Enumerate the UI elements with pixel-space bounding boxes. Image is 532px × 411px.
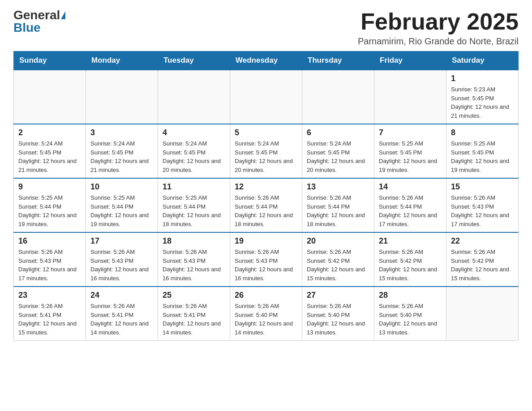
calendar-cell: 10Sunrise: 5:25 AMSunset: 5:44 PMDayligh…: [86, 178, 158, 232]
calendar-cell: 9Sunrise: 5:25 AMSunset: 5:44 PMDaylight…: [14, 178, 86, 232]
day-number: 3: [90, 128, 153, 137]
day-number: 14: [379, 182, 442, 192]
weekday-header-friday: Friday: [374, 51, 446, 70]
day-info: Sunrise: 5:26 AMSunset: 5:43 PMDaylight:…: [235, 248, 297, 283]
day-info: Sunrise: 5:25 AMSunset: 5:45 PMDaylight:…: [379, 139, 442, 174]
day-info: Sunrise: 5:25 AMSunset: 5:45 PMDaylight:…: [451, 139, 514, 174]
calendar-cell: 19Sunrise: 5:26 AMSunset: 5:43 PMDayligh…: [230, 232, 302, 287]
calendar-cell: [374, 70, 446, 124]
day-info: Sunrise: 5:26 AMSunset: 5:41 PMDaylight:…: [18, 302, 81, 337]
calendar-week-1: 1Sunrise: 5:23 AMSunset: 5:45 PMDaylight…: [14, 70, 519, 124]
day-info: Sunrise: 5:26 AMSunset: 5:43 PMDaylight:…: [451, 193, 514, 228]
day-info: Sunrise: 5:25 AMSunset: 5:44 PMDaylight:…: [18, 193, 81, 228]
calendar-cell: 11Sunrise: 5:25 AMSunset: 5:44 PMDayligh…: [158, 178, 230, 232]
day-info: Sunrise: 5:24 AMSunset: 5:45 PMDaylight:…: [163, 139, 225, 174]
weekday-header-sunday: Sunday: [14, 51, 86, 70]
day-info: Sunrise: 5:26 AMSunset: 5:41 PMDaylight:…: [163, 302, 225, 337]
logo: General Blue: [13, 9, 65, 34]
day-info: Sunrise: 5:26 AMSunset: 5:43 PMDaylight:…: [18, 248, 81, 283]
day-number: 19: [235, 236, 297, 246]
calendar-cell: 7Sunrise: 5:25 AMSunset: 5:45 PMDaylight…: [374, 124, 446, 178]
calendar-cell: 26Sunrise: 5:26 AMSunset: 5:40 PMDayligh…: [230, 287, 302, 341]
weekday-header-row: SundayMondayTuesdayWednesdayThursdayFrid…: [14, 51, 519, 70]
calendar-cell: 27Sunrise: 5:26 AMSunset: 5:40 PMDayligh…: [302, 287, 374, 341]
day-info: Sunrise: 5:24 AMSunset: 5:45 PMDaylight:…: [18, 139, 81, 174]
day-number: 22: [451, 236, 514, 246]
calendar-cell: 3Sunrise: 5:24 AMSunset: 5:45 PMDaylight…: [86, 124, 158, 178]
day-number: 10: [90, 182, 153, 192]
day-info: Sunrise: 5:23 AMSunset: 5:45 PMDaylight:…: [451, 85, 514, 120]
day-number: 28: [379, 291, 442, 300]
day-info: Sunrise: 5:26 AMSunset: 5:44 PMDaylight:…: [235, 193, 297, 228]
weekday-header-monday: Monday: [86, 51, 158, 70]
day-number: 26: [235, 291, 297, 300]
day-number: 4: [163, 128, 225, 137]
day-info: Sunrise: 5:25 AMSunset: 5:44 PMDaylight:…: [90, 193, 153, 228]
day-number: 5: [235, 128, 297, 137]
day-info: Sunrise: 5:26 AMSunset: 5:42 PMDaylight:…: [379, 248, 442, 283]
calendar-week-3: 9Sunrise: 5:25 AMSunset: 5:44 PMDaylight…: [14, 178, 519, 232]
calendar-header: SundayMondayTuesdayWednesdayThursdayFrid…: [14, 51, 519, 70]
calendar-cell: 25Sunrise: 5:26 AMSunset: 5:41 PMDayligh…: [158, 287, 230, 341]
day-info: Sunrise: 5:24 AMSunset: 5:45 PMDaylight:…: [307, 139, 369, 174]
calendar-cell: [86, 70, 158, 124]
day-number: 17: [90, 236, 153, 246]
day-number: 15: [451, 182, 514, 192]
day-info: Sunrise: 5:26 AMSunset: 5:42 PMDaylight:…: [307, 248, 369, 283]
calendar-cell: [14, 70, 86, 124]
calendar-cell: 5Sunrise: 5:24 AMSunset: 5:45 PMDaylight…: [230, 124, 302, 178]
day-number: 20: [307, 236, 369, 246]
calendar-cell: 18Sunrise: 5:26 AMSunset: 5:43 PMDayligh…: [158, 232, 230, 287]
calendar-body: 1Sunrise: 5:23 AMSunset: 5:45 PMDaylight…: [14, 70, 519, 341]
day-number: 8: [451, 128, 514, 137]
day-number: 13: [307, 182, 369, 192]
calendar-cell: 16Sunrise: 5:26 AMSunset: 5:43 PMDayligh…: [14, 232, 86, 287]
page-header: General Blue February 2025 Parnamirim, R…: [13, 9, 519, 47]
day-number: 2: [18, 128, 81, 137]
calendar-table: SundayMondayTuesdayWednesdayThursdayFrid…: [13, 51, 519, 341]
calendar-cell: 2Sunrise: 5:24 AMSunset: 5:45 PMDaylight…: [14, 124, 86, 178]
day-info: Sunrise: 5:26 AMSunset: 5:43 PMDaylight:…: [90, 248, 153, 283]
logo-general-text: General: [13, 9, 60, 21]
day-number: 16: [18, 236, 81, 246]
day-info: Sunrise: 5:26 AMSunset: 5:40 PMDaylight:…: [379, 302, 442, 337]
calendar-week-5: 23Sunrise: 5:26 AMSunset: 5:41 PMDayligh…: [14, 287, 519, 341]
day-info: Sunrise: 5:26 AMSunset: 5:40 PMDaylight:…: [235, 302, 297, 337]
day-number: 7: [379, 128, 442, 137]
calendar-cell: [158, 70, 230, 124]
logo-arrow-icon: [61, 11, 65, 19]
weekday-header-wednesday: Wednesday: [230, 51, 302, 70]
weekday-header-tuesday: Tuesday: [158, 51, 230, 70]
day-info: Sunrise: 5:25 AMSunset: 5:44 PMDaylight:…: [163, 193, 225, 228]
day-number: 24: [90, 291, 153, 300]
weekday-header-saturday: Saturday: [446, 51, 519, 70]
calendar-cell: 14Sunrise: 5:26 AMSunset: 5:44 PMDayligh…: [374, 178, 446, 232]
title-section: February 2025 Parnamirim, Rio Grande do …: [358, 9, 519, 47]
logo-blue-text: Blue: [13, 21, 41, 34]
day-number: 1: [451, 74, 514, 83]
day-number: 12: [235, 182, 297, 192]
day-info: Sunrise: 5:26 AMSunset: 5:44 PMDaylight:…: [307, 193, 369, 228]
calendar-week-4: 16Sunrise: 5:26 AMSunset: 5:43 PMDayligh…: [14, 232, 519, 287]
calendar-cell: 4Sunrise: 5:24 AMSunset: 5:45 PMDaylight…: [158, 124, 230, 178]
day-info: Sunrise: 5:26 AMSunset: 5:40 PMDaylight:…: [307, 302, 369, 337]
calendar-cell: 8Sunrise: 5:25 AMSunset: 5:45 PMDaylight…: [446, 124, 519, 178]
day-info: Sunrise: 5:26 AMSunset: 5:42 PMDaylight:…: [451, 248, 514, 283]
day-info: Sunrise: 5:24 AMSunset: 5:45 PMDaylight:…: [90, 139, 153, 174]
day-number: 6: [307, 128, 369, 137]
day-number: 9: [18, 182, 81, 192]
day-info: Sunrise: 5:26 AMSunset: 5:43 PMDaylight:…: [163, 248, 225, 283]
day-info: Sunrise: 5:26 AMSunset: 5:44 PMDaylight:…: [379, 193, 442, 228]
calendar-cell: 22Sunrise: 5:26 AMSunset: 5:42 PMDayligh…: [446, 232, 519, 287]
day-info: Sunrise: 5:24 AMSunset: 5:45 PMDaylight:…: [235, 139, 297, 174]
calendar-cell: 28Sunrise: 5:26 AMSunset: 5:40 PMDayligh…: [374, 287, 446, 341]
calendar-week-2: 2Sunrise: 5:24 AMSunset: 5:45 PMDaylight…: [14, 124, 519, 178]
calendar-cell: 13Sunrise: 5:26 AMSunset: 5:44 PMDayligh…: [302, 178, 374, 232]
day-number: 21: [379, 236, 442, 246]
calendar-cell: [302, 70, 374, 124]
day-number: 23: [18, 291, 81, 300]
month-title: February 2025: [358, 9, 519, 34]
day-number: 27: [307, 291, 369, 300]
calendar-cell: 1Sunrise: 5:23 AMSunset: 5:45 PMDaylight…: [446, 70, 519, 124]
day-number: 25: [163, 291, 225, 300]
